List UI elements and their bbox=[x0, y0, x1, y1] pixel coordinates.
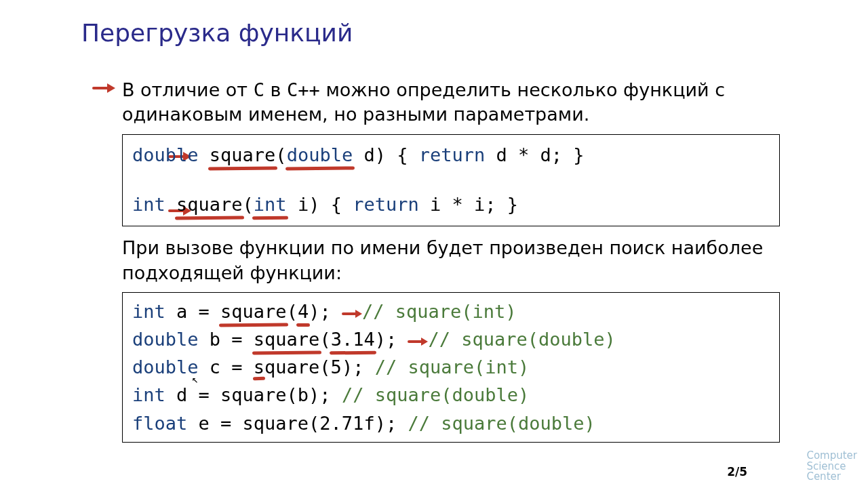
underline: double bbox=[287, 142, 353, 168]
underline: 4 bbox=[298, 298, 309, 325]
code-block-1: double square(double d) { return d * d; … bbox=[122, 134, 780, 226]
underline: int bbox=[254, 191, 287, 218]
code-line: double c = square(5); // square(int) ↖ bbox=[132, 354, 770, 380]
arrow-icon bbox=[408, 327, 428, 338]
code-line: int d = square(b); // square(double) bbox=[132, 382, 770, 408]
code-line: double b = square(3.14); // square(doubl… bbox=[132, 326, 770, 352]
paragraph-2: При вызове функции по имени будет произв… bbox=[122, 236, 827, 285]
code-line: int a = square(4); // square(int) bbox=[132, 298, 770, 325]
svg-marker-1 bbox=[107, 83, 115, 93]
svg-marker-7 bbox=[355, 310, 362, 318]
underline: square bbox=[254, 326, 320, 352]
arrow-icon bbox=[92, 82, 115, 94]
underline: square bbox=[220, 298, 287, 325]
underline: square bbox=[210, 142, 276, 168]
c-lang: C bbox=[254, 79, 264, 100]
slide: Перегрузка функций В отличие от C в C++ … bbox=[0, 0, 868, 488]
code-line: float e = square(2.71f); // square(doubl… bbox=[132, 410, 770, 436]
underline bbox=[253, 377, 265, 381]
svg-marker-9 bbox=[421, 338, 428, 346]
bullet-1: В отличие от C в C++ можно определить не… bbox=[122, 78, 827, 127]
cpp-lang: C++ bbox=[287, 79, 320, 100]
logo: Computer Science Center bbox=[806, 451, 857, 483]
arrow-icon bbox=[342, 300, 362, 310]
bullet-text: В отличие от C в C++ можно определить не… bbox=[122, 79, 725, 125]
underline: square bbox=[176, 191, 243, 218]
underline: 3.14 bbox=[331, 326, 375, 352]
page-number: 2/5 bbox=[727, 465, 747, 479]
code-line: double square(double d) { return d * d; … bbox=[132, 142, 770, 168]
slide-title: Перегрузка функций bbox=[81, 19, 827, 47]
code-line: int square(int i) { return i * i; } bbox=[132, 191, 770, 218]
code-block-2: int a = square(4); // square(int) double… bbox=[122, 292, 780, 443]
